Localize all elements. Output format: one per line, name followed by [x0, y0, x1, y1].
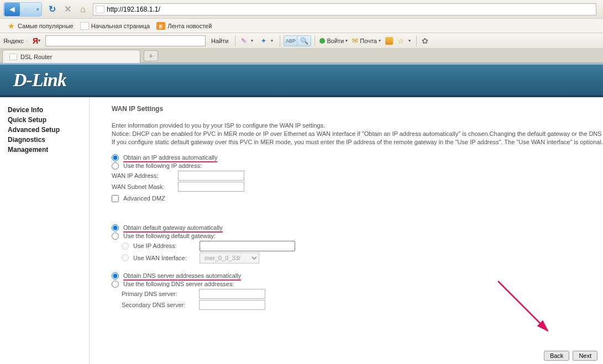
sidebar-item-device-info[interactable]: Device Info: [8, 105, 83, 115]
mail-label: Почта: [360, 38, 377, 44]
url-input[interactable]: [107, 6, 594, 13]
new-tab-button[interactable]: +: [144, 50, 158, 61]
rss-icon: ஐ: [156, 22, 165, 30]
bookmark-home[interactable]: Начальная страница: [78, 21, 152, 31]
input-wan-mask[interactable]: [178, 182, 244, 192]
gateway-section: Obtain default gateway automatically Use…: [112, 224, 603, 263]
label-dns-primary: Primary DNS server:: [122, 291, 199, 297]
star-icon: ★: [7, 22, 15, 30]
url-bar: [93, 3, 596, 15]
bookmark-news[interactable]: ஐ Лента новостей: [154, 21, 214, 31]
separator: ·: [26, 38, 28, 44]
checkbox-adv-dmz[interactable]: [112, 195, 119, 202]
shield-icon[interactable]: [384, 36, 394, 46]
input-dns-primary[interactable]: [199, 289, 265, 299]
label-wan-ip: WAN IP Address:: [112, 172, 178, 179]
radio-gw-auto[interactable]: [112, 224, 119, 231]
radio-use-ip[interactable]: [122, 242, 129, 250]
wand-icon[interactable]: ✎: [239, 36, 249, 46]
yandex-extra-group: ABP 🔍: [284, 35, 311, 46]
label-wan-mask: WAN Subnet Mask:: [112, 183, 178, 190]
stop-icon[interactable]: ✕: [62, 4, 73, 15]
bookmark-label: Лента новостей: [167, 23, 212, 29]
yandex-toolbar: Яндекс · Я▾ Найти ✎ ✦ ABP 🔍 Войти ▾ ✉ По…: [0, 33, 603, 49]
label-dns-auto: Obtain DNS server addresses automaticall…: [123, 272, 241, 279]
login-label: Войти: [327, 38, 344, 44]
separator: [416, 35, 417, 46]
sidebar: Device Info Quick Setup Advanced Setup D…: [0, 97, 90, 364]
bookmarks-bar: ★ Самые популярные Начальная страница ஐ …: [0, 19, 603, 33]
input-wan-ip[interactable]: [178, 171, 244, 181]
label-adv-dmz: Advanced DMZ: [123, 195, 165, 202]
page-icon: [9, 54, 17, 60]
sidebar-item-diagnostics[interactable]: Diagnostics: [8, 135, 83, 145]
brand-banner: D-Link: [0, 63, 603, 97]
gear-icon[interactable]: ✿: [420, 36, 430, 46]
star-outline-icon[interactable]: ☆: [396, 36, 406, 46]
separator: [314, 35, 315, 46]
separator: [280, 35, 280, 46]
mail-link[interactable]: ✉ Почта ▾: [351, 36, 382, 45]
tab-title: DSL Router: [20, 54, 52, 60]
nav-forward-button[interactable]: ►: [20, 3, 34, 16]
radio-dns-auto[interactable]: [112, 272, 119, 279]
yandex-find-button[interactable]: Найти: [208, 36, 232, 45]
label-dns-static: Use the following DNS server addresses:: [123, 281, 234, 287]
bookmark-label: Начальная страница: [91, 23, 150, 29]
radio-gw-static[interactable]: [112, 233, 119, 240]
sidebar-item-management[interactable]: Management: [8, 145, 83, 155]
radio-dns-static[interactable]: [112, 281, 119, 288]
spell-icon[interactable]: 🔍: [297, 36, 311, 46]
login-link[interactable]: Войти ▾: [318, 38, 349, 44]
mail-icon: ✉: [352, 36, 358, 45]
radio-ip-static[interactable]: [112, 162, 119, 170]
label-gw-auto: Obtain default gateway automatically: [123, 224, 223, 231]
reload-icon[interactable]: ↻: [46, 4, 57, 15]
nav-history-dropdown[interactable]: ▾: [34, 3, 41, 16]
tab-strip: DSL Router +: [0, 49, 603, 63]
browser-nav-bar: ◄ ► ▾ ↻ ✕ ⌂: [0, 0, 603, 19]
page-icon: [80, 22, 89, 30]
dns-section: Obtain DNS server addresses automaticall…: [112, 272, 603, 310]
label-use-wan-if: Use WAN Interface:: [133, 255, 195, 261]
sidebar-item-advanced-setup[interactable]: Advanced Setup: [8, 125, 83, 135]
bookmark-popular[interactable]: ★ Самые популярные: [4, 21, 76, 31]
radio-ip-auto[interactable]: [112, 154, 119, 161]
tab-dsl-router[interactable]: DSL Router: [2, 50, 140, 63]
nav-history-group: ◄ ► ▾: [3, 2, 42, 17]
router-page: Device Info Quick Setup Advanced Setup D…: [0, 97, 603, 364]
select-wan-if[interactable]: mer_0_0_33/: [200, 252, 259, 263]
input-gw-ip[interactable]: [200, 241, 295, 251]
next-button[interactable]: Next: [573, 351, 597, 361]
nav-back-button[interactable]: ◄: [4, 3, 20, 16]
back-button[interactable]: Back: [544, 351, 569, 361]
dlink-logo: D-Link: [13, 70, 66, 91]
keyboard-icon[interactable]: ABP: [284, 36, 297, 46]
page-title: WAN IP Settings: [112, 105, 603, 113]
input-dns-secondary[interactable]: [199, 300, 265, 310]
main-content: WAN IP Settings Enter information provid…: [90, 97, 603, 364]
sidebar-item-quick-setup[interactable]: Quick Setup: [8, 115, 83, 125]
ip-section: Obtain an IP address automatically Use t…: [112, 154, 603, 202]
label-use-ip: Use IP Address:: [133, 242, 195, 249]
home-icon[interactable]: ⌂: [77, 4, 88, 15]
favicon-icon: [96, 6, 104, 13]
page-description: Enter information provided to you by you…: [112, 122, 603, 146]
yandex-label: Яндекс: [3, 38, 24, 44]
form-buttons: Back Next: [544, 351, 597, 361]
label-gw-static: Use the following default gateway:: [123, 233, 216, 239]
translate-icon[interactable]: ✦: [259, 36, 269, 46]
radio-use-wan-if[interactable]: [122, 254, 129, 261]
status-dot-icon: [319, 38, 325, 44]
yandex-search-input[interactable]: [45, 35, 206, 46]
yandex-logo-icon[interactable]: Я▾: [30, 36, 43, 46]
label-dns-secondary: Secondary DNS server:: [122, 302, 199, 308]
label-ip-static: Use the following IP address:: [123, 162, 202, 169]
separator: [235, 35, 235, 46]
label-ip-auto: Obtain an IP address automatically: [123, 154, 217, 161]
bookmark-label: Самые популярные: [18, 23, 74, 29]
